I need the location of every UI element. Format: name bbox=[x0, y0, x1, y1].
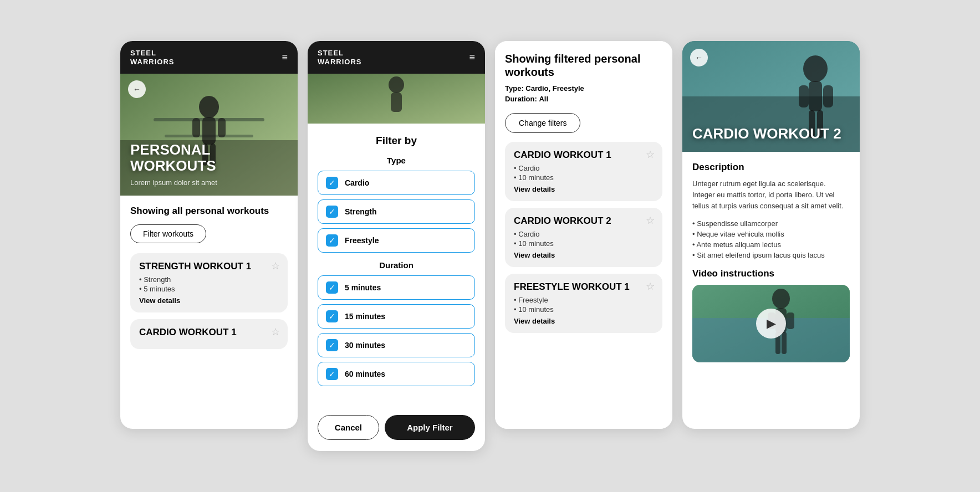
favorite-icon[interactable]: ☆ bbox=[646, 280, 655, 293]
workout-card-cardio-1: CARDIO WORKOUT 1 ☆ bbox=[130, 319, 288, 349]
screen-filtered-workouts: Showing filtered personal workouts Type:… bbox=[495, 41, 672, 429]
svg-rect-6 bbox=[192, 118, 200, 137]
hero-subtitle: Lorem ipsum dolor sit amet bbox=[130, 178, 217, 187]
filtered-title: Showing filtered personal workouts bbox=[505, 52, 662, 79]
hero-small-illustration bbox=[308, 74, 485, 124]
svg-rect-7 bbox=[218, 118, 226, 137]
screen3-body: Showing filtered personal workouts Type:… bbox=[495, 41, 672, 429]
checkbox-checked: ✓ bbox=[326, 310, 338, 322]
workout-title: CARDIO WORKOUT 2 bbox=[514, 216, 654, 227]
checkbox-label: Freestyle bbox=[345, 236, 379, 245]
favorite-icon[interactable]: ☆ bbox=[271, 326, 280, 338]
workout-duration: • 10 minutes bbox=[514, 173, 654, 182]
duration-5-checkbox[interactable]: ✓ 5 minutes bbox=[318, 275, 475, 300]
workout-duration: • 5 minutes bbox=[139, 285, 279, 293]
view-details-link[interactable]: View details bbox=[514, 317, 654, 325]
workout-type: • Cardio bbox=[514, 164, 654, 172]
svg-point-26 bbox=[772, 289, 790, 309]
back-button[interactable]: ← bbox=[690, 49, 708, 66]
type-freestyle-checkbox[interactable]: ✓ Freestyle bbox=[318, 228, 475, 253]
check-icon: ✓ bbox=[329, 312, 335, 321]
checkbox-checked: ✓ bbox=[326, 177, 338, 189]
screen1-header: STEEL WARRIORS ≡ bbox=[120, 41, 298, 74]
checkbox-checked: ✓ bbox=[326, 206, 338, 218]
hero-image-small bbox=[308, 74, 485, 124]
showing-title: Showing all personal workouts bbox=[130, 206, 288, 217]
favorite-icon[interactable]: ☆ bbox=[271, 260, 280, 272]
check-icon: ✓ bbox=[329, 178, 335, 187]
video-player[interactable]: ▶ bbox=[692, 285, 850, 362]
checkbox-label: Cardio bbox=[345, 178, 369, 187]
workout-title: STRENGTH WORKOUT 1 bbox=[139, 261, 279, 272]
detail-hero-title: CARDIO WORKOUT 2 bbox=[692, 126, 841, 142]
checkbox-label: 5 minutes bbox=[345, 283, 381, 292]
view-details-link[interactable]: View details bbox=[514, 185, 654, 193]
check-icon: ✓ bbox=[329, 236, 335, 245]
duration-section-title: Duration bbox=[318, 260, 475, 270]
checkbox-checked: ✓ bbox=[326, 339, 338, 351]
filter-title: Filter by bbox=[318, 135, 475, 147]
logo: STEEL WARRIORS bbox=[130, 49, 175, 66]
video-title: Video instructions bbox=[692, 268, 850, 279]
checkbox-label: 30 minutes bbox=[345, 341, 385, 350]
play-icon: ▶ bbox=[767, 316, 776, 331]
type-meta: Type: Cardio, Freestyle bbox=[505, 84, 662, 93]
menu-icon[interactable]: ≡ bbox=[469, 52, 475, 63]
type-strength-checkbox[interactable]: ✓ Strength bbox=[318, 199, 475, 224]
type-cardio-checkbox[interactable]: ✓ Cardio bbox=[318, 171, 475, 195]
check-icon: ✓ bbox=[329, 207, 335, 216]
change-filters-button[interactable]: Change filters bbox=[505, 113, 580, 133]
svg-point-4 bbox=[199, 96, 219, 118]
svg-rect-23 bbox=[682, 96, 860, 152]
duration-30-checkbox[interactable]: ✓ 30 minutes bbox=[318, 333, 475, 357]
favorite-icon[interactable]: ☆ bbox=[646, 214, 655, 227]
filter-workouts-button[interactable]: Filter workouts bbox=[130, 224, 206, 243]
description-text: Unteger rutrum eget ligula ac scelerisqu… bbox=[692, 178, 850, 212]
workout-duration: • 10 minutes bbox=[514, 239, 654, 248]
workout-type: • Freestyle bbox=[514, 296, 654, 304]
checkbox-checked: ✓ bbox=[326, 234, 338, 247]
screens-container: STEEL WARRIORS ≡ bbox=[120, 41, 860, 451]
view-details-link[interactable]: View details bbox=[139, 296, 279, 305]
play-button[interactable]: ▶ bbox=[756, 309, 786, 339]
workout-title: FREESTYLE WORKOUT 1 bbox=[514, 281, 654, 293]
duration-60-checkbox[interactable]: ✓ 60 minutes bbox=[318, 362, 475, 386]
workout-title: CARDIO WORKOUT 1 bbox=[514, 150, 654, 161]
apply-filter-button[interactable]: Apply Filter bbox=[385, 415, 475, 440]
checkbox-checked: ✓ bbox=[326, 281, 338, 294]
workout-card-strength-1: STRENGTH WORKOUT 1 • Strength • 5 minute… bbox=[130, 253, 288, 312]
screen1-body: Showing all personal workouts Filter wor… bbox=[120, 196, 298, 366]
screen-filter: STEEL WARRIORS ≡ Filter by Type bbox=[308, 41, 485, 451]
description-title: Description bbox=[692, 162, 850, 173]
bullet-2: • Neque vitae vehicula mollis bbox=[692, 230, 850, 238]
detail-hero: ← CARDIO WORKOUT 2 bbox=[682, 41, 860, 152]
hero-illustration bbox=[120, 74, 298, 196]
hero-title: PERSONAL WORKOUTS bbox=[130, 142, 298, 173]
view-details-link[interactable]: View details bbox=[514, 251, 654, 259]
filter-footer: Cancel Apply Filter bbox=[308, 406, 485, 451]
menu-icon[interactable]: ≡ bbox=[282, 52, 288, 63]
bullet-1: • Suspendisse ullamcorper bbox=[692, 219, 850, 228]
favorite-icon[interactable]: ☆ bbox=[646, 148, 655, 161]
workout-duration: • 10 minutes bbox=[514, 305, 654, 314]
checkbox-checked: ✓ bbox=[326, 368, 338, 380]
svg-rect-29 bbox=[787, 312, 794, 329]
duration-meta: Duration: All bbox=[505, 95, 662, 103]
checkbox-label: Strength bbox=[345, 207, 377, 216]
screen-workout-detail: ← CARDIO WORKOUT 2 Description Unteger r… bbox=[682, 41, 860, 429]
back-button[interactable]: ← bbox=[128, 80, 146, 98]
screen4-body: Description Unteger rutrum eget ligula a… bbox=[682, 152, 860, 372]
bullet-3: • Ante metus aliquam lectus bbox=[692, 240, 850, 249]
check-icon: ✓ bbox=[329, 370, 335, 378]
svg-rect-14 bbox=[391, 93, 402, 112]
duration-15-checkbox[interactable]: ✓ 15 minutes bbox=[318, 304, 475, 329]
workout-type: • Cardio bbox=[514, 230, 654, 238]
type-section-title: Type bbox=[318, 156, 475, 165]
checkbox-label: 60 minutes bbox=[345, 370, 385, 378]
cancel-button[interactable]: Cancel bbox=[318, 415, 379, 440]
filtered-card-cardio-1: CARDIO WORKOUT 1 • Cardio • 10 minutes V… bbox=[505, 142, 662, 201]
hero-image bbox=[120, 74, 298, 196]
filtered-card-cardio-2: CARDIO WORKOUT 2 • Cardio • 10 minutes V… bbox=[505, 208, 662, 267]
filtered-card-freestyle-1: FREESTYLE WORKOUT 1 • Freestyle • 10 min… bbox=[505, 274, 662, 333]
check-icon: ✓ bbox=[329, 283, 335, 292]
